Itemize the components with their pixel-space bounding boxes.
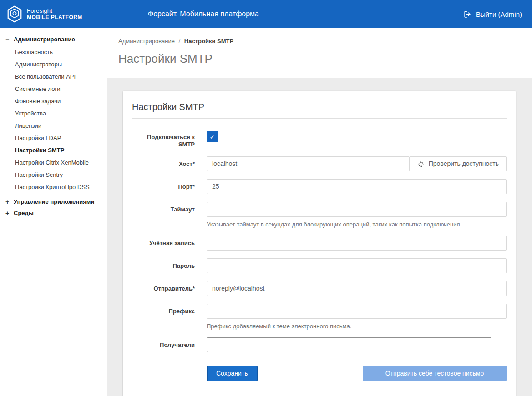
sidebar-item-ldap-settings[interactable]: Настройки LDAP bbox=[9, 132, 103, 144]
collapse-icon[interactable]: − bbox=[5, 37, 10, 42]
sidebar-section-label: Среды bbox=[14, 210, 34, 216]
save-button[interactable]: Сохранить bbox=[207, 366, 258, 381]
topbar: Foresight MOBILE PLATFORM Форсайт. Мобил… bbox=[0, 0, 532, 28]
required-marker: * bbox=[193, 160, 195, 167]
breadcrumb-current: Настройки SMTP bbox=[184, 38, 233, 45]
sidebar-item-security[interactable]: Безопасность bbox=[9, 46, 103, 58]
sidebar-item-administrators[interactable]: Администраторы bbox=[9, 58, 103, 70]
form-row-host: Хост* Проверить доступность bbox=[132, 156, 507, 171]
main-content: Администрирование / Настройки SMTP Настр… bbox=[107, 28, 532, 396]
recipients-input[interactable] bbox=[207, 337, 491, 352]
form-row-connect: Подключаться к SMTP ✓ bbox=[132, 130, 507, 149]
logout-label: Выйти (Admin) bbox=[476, 10, 522, 18]
sender-input[interactable] bbox=[207, 281, 507, 296]
sidebar-item-devices[interactable]: Устройства bbox=[9, 107, 103, 120]
breadcrumb: Администрирование / Настройки SMTP bbox=[118, 38, 521, 45]
form-row-recipients: Получатели bbox=[132, 337, 507, 352]
expand-icon[interactable]: + bbox=[5, 211, 10, 216]
refresh-icon bbox=[417, 160, 425, 167]
required-marker: * bbox=[193, 183, 195, 190]
account-input[interactable] bbox=[207, 236, 507, 251]
form-row-password: Пароль bbox=[132, 258, 507, 273]
breadcrumb-administration[interactable]: Администрирование bbox=[118, 38, 175, 45]
page-header: Администрирование / Настройки SMTP Настр… bbox=[107, 28, 532, 78]
sidebar-section-environments-header[interactable]: + Среды bbox=[5, 207, 103, 219]
timeout-label: Таймаут bbox=[132, 202, 195, 228]
form-row-port: Порт* bbox=[132, 179, 507, 194]
account-label: Учётная запись bbox=[132, 236, 195, 251]
check-icon: ✓ bbox=[209, 133, 215, 141]
sidebar-section-administration-header[interactable]: − Администрирование bbox=[5, 34, 103, 45]
form-row-account: Учётная запись bbox=[132, 236, 507, 251]
host-label: Хост* bbox=[132, 156, 195, 171]
prefix-help: Префикс добавляемый к теме электронного … bbox=[207, 323, 507, 330]
sidebar-item-sentry-settings[interactable]: Настройки Sentry bbox=[9, 169, 103, 181]
sidebar-item-smtp-settings[interactable]: Настройки SMTP bbox=[9, 144, 103, 156]
connect-smtp-checkbox[interactable]: ✓ bbox=[207, 131, 218, 142]
form-row-prefix: Префикс Префикс добавляемый к теме элект… bbox=[132, 304, 507, 330]
smtp-settings-card: Настройки SMTP Подключаться к SMTP ✓ Хос… bbox=[123, 91, 516, 396]
breadcrumb-separator: / bbox=[179, 38, 181, 45]
recipients-label: Получатели bbox=[132, 337, 195, 352]
sidebar-admin-items: Безопасность Администраторы Все пользова… bbox=[9, 46, 103, 193]
sidebar: − Администрирование Безопасность Админис… bbox=[0, 28, 107, 396]
sidebar-item-citrix-settings[interactable]: Настройки Citrix XenMobile bbox=[9, 156, 103, 169]
port-input[interactable] bbox=[207, 179, 507, 194]
sidebar-section-administration: − Администрирование Безопасность Админис… bbox=[5, 34, 103, 193]
sidebar-section-label: Управление приложениями bbox=[14, 198, 94, 205]
host-input[interactable] bbox=[207, 156, 410, 171]
check-availability-button[interactable]: Проверить доступность bbox=[410, 156, 507, 171]
sidebar-section-app-management-header[interactable]: + Управление приложениями bbox=[5, 196, 103, 207]
timeout-input[interactable] bbox=[207, 202, 507, 217]
brand-name: Foresight bbox=[27, 8, 82, 15]
app-title: Форсайт. Мобильная платформа bbox=[148, 10, 259, 18]
prefix-label: Префикс bbox=[132, 304, 195, 330]
password-label: Пароль bbox=[132, 258, 195, 273]
sidebar-item-api-users[interactable]: Все пользователи API bbox=[9, 70, 103, 83]
brand-subtitle: MOBILE PLATFORM bbox=[27, 15, 82, 21]
password-input[interactable] bbox=[207, 258, 507, 273]
connect-label: Подключаться к SMTP bbox=[132, 130, 195, 149]
required-marker: * bbox=[193, 285, 195, 292]
form-row-timeout: Таймаут Указывает таймаут в секундах для… bbox=[132, 202, 507, 228]
expand-icon[interactable]: + bbox=[5, 199, 10, 205]
prefix-input[interactable] bbox=[207, 304, 507, 319]
sidebar-item-cryptopro-settings[interactable]: Настройки КриптоПро DSS bbox=[9, 181, 103, 193]
page-title: Настройки SMTP bbox=[118, 52, 521, 66]
brand[interactable]: Foresight MOBILE PLATFORM bbox=[6, 5, 82, 23]
logout-button[interactable]: Выйти (Admin) bbox=[463, 10, 522, 19]
card-title: Настройки SMTP bbox=[132, 102, 507, 119]
sidebar-item-system-logs[interactable]: Системные логи bbox=[9, 83, 103, 95]
check-availability-label: Проверить доступность bbox=[429, 160, 499, 167]
form-row-sender: Отправитель* bbox=[132, 281, 507, 296]
timeout-help: Указывает таймаут в секундах для блокиру… bbox=[207, 221, 507, 228]
sender-label: Отправитель* bbox=[132, 281, 195, 296]
sidebar-section-label: Администрирование bbox=[14, 36, 75, 43]
sidebar-section-app-management: + Управление приложениями bbox=[5, 196, 103, 207]
port-label: Порт* bbox=[132, 179, 195, 194]
sidebar-item-background-tasks[interactable]: Фоновые задачи bbox=[9, 95, 103, 107]
send-test-email-button[interactable]: Отправить себе тестовое письмо bbox=[363, 366, 507, 381]
buttons-spacer bbox=[132, 366, 195, 381]
sidebar-item-licenses[interactable]: Лицензии bbox=[9, 120, 103, 132]
form-buttons-row: Сохранить Отправить себе тестовое письмо bbox=[132, 366, 507, 381]
sidebar-section-environments: + Среды bbox=[5, 207, 103, 219]
foresight-logo-icon bbox=[6, 5, 23, 23]
logout-icon bbox=[463, 10, 472, 19]
